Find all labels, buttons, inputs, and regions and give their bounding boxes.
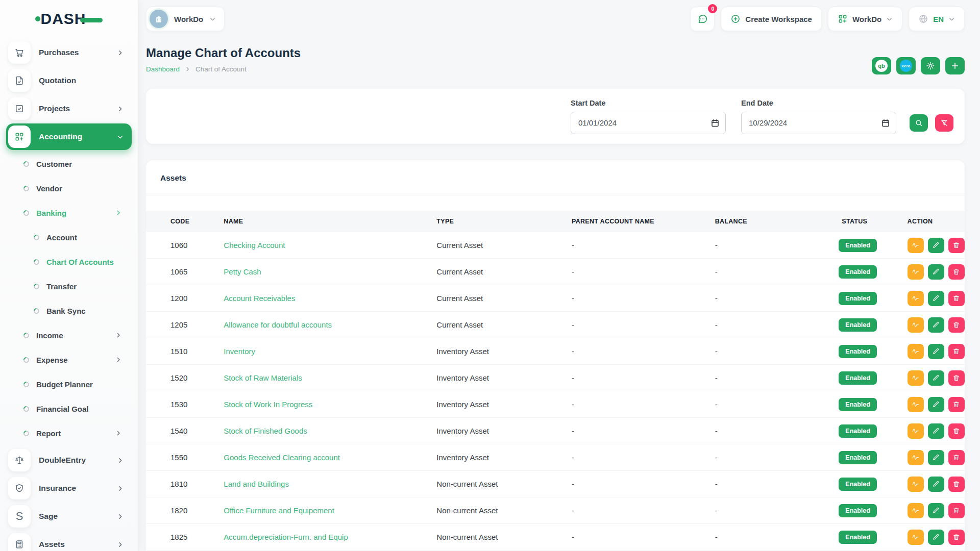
edit-button[interactable] (928, 291, 944, 306)
delete-button[interactable] (948, 317, 965, 333)
calendar-icon[interactable] (710, 118, 720, 128)
breadcrumb-dashboard-link[interactable]: Dashboard (146, 65, 180, 73)
account-name-link[interactable]: Account Receivables (224, 294, 295, 303)
reset-filter-button[interactable] (935, 114, 953, 132)
account-name-link[interactable]: Stock of Raw Materials (224, 373, 302, 382)
header-actions: qb xero (872, 57, 965, 74)
delete-button[interactable] (948, 477, 965, 492)
sidebar-subitem[interactable]: Account (6, 225, 132, 249)
workdo-dropdown[interactable]: WorkDo (828, 7, 902, 31)
trash-icon (952, 294, 960, 302)
sidebar-item[interactable]: Assets (6, 531, 132, 551)
account-type: Current Asset (424, 320, 559, 329)
sidebar-item[interactable]: Insurance (6, 475, 132, 502)
sidebar-subitem[interactable]: Financial Goal (6, 396, 132, 421)
search-button[interactable] (910, 114, 928, 132)
workspace-selector[interactable]: WorkDo (146, 7, 225, 31)
account-name-link[interactable]: Office Furniture and Equipement (224, 506, 334, 515)
account-name-link[interactable]: Checking Account (224, 241, 285, 249)
account-name-link[interactable]: Stock of Finished Goods (224, 427, 307, 435)
account-name-link[interactable]: Stock of Work In Progress (224, 400, 312, 409)
edit-button[interactable] (928, 264, 944, 280)
transactions-button[interactable] (908, 370, 924, 386)
trash-icon (952, 507, 960, 514)
edit-button[interactable] (928, 344, 944, 359)
transactions-button[interactable] (908, 344, 924, 359)
pencil-icon (932, 533, 940, 541)
delete-button[interactable] (948, 291, 965, 306)
breadcrumb: Dashboard Chart of Account (146, 65, 301, 73)
edit-button[interactable] (928, 450, 944, 465)
quickbooks-button[interactable]: qb (872, 57, 891, 74)
sidebar-subitem[interactable]: Banking (6, 201, 132, 225)
transactions-button[interactable] (908, 397, 924, 412)
settings-button[interactable] (921, 57, 940, 74)
delete-button[interactable] (948, 344, 965, 359)
transactions-button[interactable] (908, 477, 924, 492)
account-name-link[interactable]: Goods Received Clearing account (224, 453, 340, 462)
delete-button[interactable] (948, 423, 965, 439)
sidebar-subitem[interactable]: Budget Planner (6, 372, 132, 396)
edit-button[interactable] (928, 503, 944, 518)
edit-button[interactable] (928, 370, 944, 386)
delete-button[interactable] (948, 264, 965, 280)
transactions-button[interactable] (908, 291, 924, 306)
delete-button[interactable] (948, 503, 965, 518)
sidebar-item[interactable]: Purchases (6, 39, 132, 66)
sidebar-subitem[interactable]: Expense (6, 347, 132, 372)
account-code: 1825 (146, 533, 211, 541)
account-name-link[interactable]: Land and Buildings (224, 480, 289, 488)
edit-button[interactable] (928, 317, 944, 333)
account-name-link[interactable]: Allowance for doubtful accounts (224, 320, 332, 329)
transactions-button[interactable] (908, 264, 924, 280)
start-date-input[interactable] (571, 112, 726, 134)
sidebar-item[interactable]: Quotation (6, 67, 132, 94)
transactions-button[interactable] (908, 503, 924, 518)
transactions-button[interactable] (908, 238, 924, 253)
dash-logo[interactable]: DASH (6, 0, 132, 38)
trash-icon (952, 241, 960, 249)
sidebar-subitem[interactable]: Vendor (6, 176, 132, 201)
delete-button[interactable] (948, 397, 965, 412)
edit-button[interactable] (928, 530, 944, 545)
transactions-button[interactable] (908, 423, 924, 439)
bullet-icon (33, 282, 41, 290)
chevron-down-icon (948, 16, 955, 22)
transactions-button[interactable] (908, 530, 924, 545)
account-name-link[interactable]: Inventory (224, 347, 255, 356)
delete-button[interactable] (948, 530, 965, 545)
create-workspace-button[interactable]: Create Workspace (721, 7, 822, 31)
sidebar-subitem[interactable]: Income (6, 323, 132, 347)
edit-button[interactable] (928, 238, 944, 253)
accounting-icon (8, 126, 31, 148)
sidebar-item[interactable]: DoubleEntry (6, 447, 132, 473)
transactions-button[interactable] (908, 450, 924, 465)
transactions-button[interactable] (908, 317, 924, 333)
delete-button[interactable] (948, 450, 965, 465)
create-workspace-label: Create Workspace (745, 15, 812, 23)
messages-button[interactable]: 0 (690, 7, 715, 31)
delete-button[interactable] (948, 370, 965, 386)
xero-button[interactable]: xero (896, 57, 916, 74)
edit-button[interactable] (928, 477, 944, 492)
sidebar-subitem[interactable]: Customer (6, 152, 132, 176)
calendar-icon[interactable] (881, 118, 890, 128)
add-account-button[interactable] (945, 57, 965, 74)
sidebar-subitem[interactable]: Bank Sync (6, 298, 132, 323)
sidebar-submenu: Customer Vendor Banking (6, 152, 132, 445)
sidebar-subitem[interactable]: Chart Of Accounts (6, 249, 132, 274)
delete-button[interactable] (948, 238, 965, 253)
pencil-icon (932, 427, 940, 435)
edit-button[interactable] (928, 397, 944, 412)
account-name-link[interactable]: Petty Cash (224, 267, 261, 276)
account-name-link[interactable]: Accum.depreciation-Furn. and Equip (224, 533, 348, 541)
sidebar-subitem[interactable]: Report (6, 421, 132, 445)
sidebar-item[interactable]: S Sage (6, 503, 132, 530)
sidebar-item[interactable]: Projects (6, 95, 132, 122)
sidebar-item-accounting[interactable]: Accounting (6, 123, 132, 150)
edit-button[interactable] (928, 423, 944, 439)
accounts-card: Assets CODE NAME TYPE PARENT ACCOUNT NAM… (146, 160, 965, 551)
sidebar-subitem[interactable]: Transfer (6, 274, 132, 298)
end-date-input[interactable] (741, 112, 896, 134)
language-dropdown[interactable]: EN (909, 7, 965, 31)
